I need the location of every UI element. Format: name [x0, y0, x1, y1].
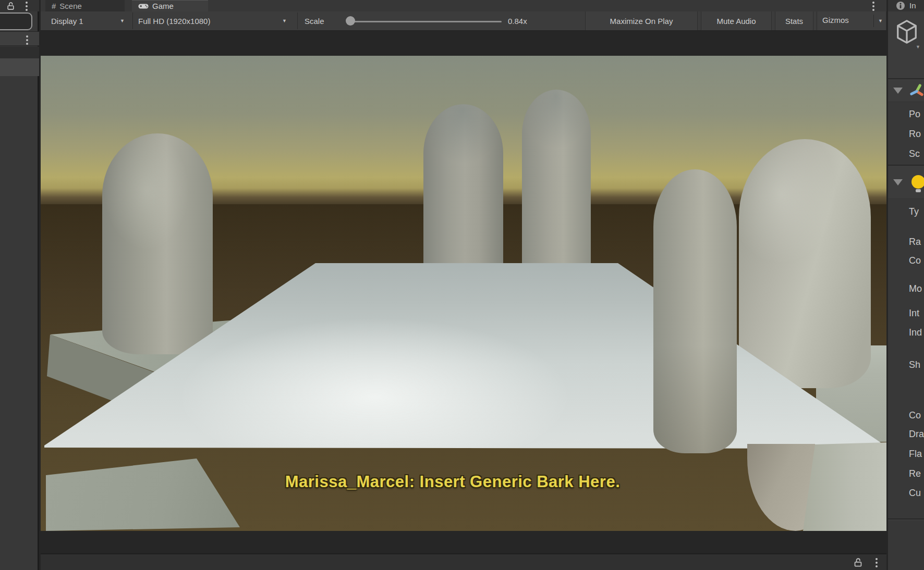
light-row-intensity: Int	[909, 308, 919, 319]
tab-scene-label: Scene	[59, 2, 82, 10]
lock-open-icon[interactable]	[853, 557, 863, 567]
scene-grid-icon: #	[52, 2, 56, 10]
light-row-draw-halo: Dra	[909, 429, 924, 440]
light-row-indirect: Ind	[909, 327, 922, 338]
tab-game[interactable]: Game	[132, 0, 208, 11]
left-panel-header	[0, 31, 39, 46]
stats-button[interactable]: Stats	[775, 11, 813, 30]
scale-label-item: Scale	[305, 11, 346, 30]
unity-editor-window: # Scene Game Display 1 ▼	[0, 0, 924, 570]
tab-inspector[interactable]: In	[888, 0, 924, 11]
light-rows: Ty Ra Co Mo Int Ind Sh Co Dra Fla Re Cu	[888, 198, 924, 519]
stats-label: Stats	[785, 17, 803, 26]
kebab-menu-icon[interactable]	[872, 2, 874, 4]
light-row-render-mode: Re	[909, 468, 921, 479]
chevron-down-icon[interactable]: ▼	[916, 45, 920, 49]
tab-bar: # Scene Game	[41, 0, 886, 11]
transform-row-rotation: Ro	[909, 129, 921, 140]
inspector-footer	[888, 521, 924, 570]
list-row[interactable]	[0, 46, 39, 58]
gizmos-dropdown[interactable]: Gizmos ▼	[817, 11, 886, 30]
inspector-tab-label: In	[909, 1, 916, 10]
game-panel: # Scene Game Display 1 ▼	[41, 0, 886, 570]
info-icon	[896, 1, 905, 10]
list-row-selected[interactable]	[0, 58, 39, 76]
light-row-shadow: Sh	[909, 360, 920, 370]
light-component-header[interactable]	[888, 165, 924, 198]
foldout-triangle-icon[interactable]	[893, 88, 903, 94]
kebab-menu-icon[interactable]	[26, 35, 28, 38]
maximize-on-play-label: Maximize On Play	[610, 17, 673, 26]
chevron-down-icon: ▼	[878, 19, 883, 23]
light-row-cookie: Co	[909, 410, 921, 421]
capsule-character-left	[102, 133, 213, 354]
tab-scene[interactable]: # Scene	[45, 0, 125, 11]
game-render-viewport[interactable]: Marissa_Marcel: Insert Generic Bark Here…	[41, 56, 886, 531]
chevron-down-icon: ▼	[282, 19, 287, 23]
light-row-culling-mask: Cu	[909, 488, 921, 499]
scale-value-item: 0.84x	[508, 11, 544, 30]
chevron-down-icon: ▼	[120, 19, 125, 23]
capsule-character-middle-left	[423, 104, 503, 263]
left-panel-topbar	[0, 0, 39, 11]
scale-slider-track[interactable]	[351, 21, 502, 22]
mute-audio-label: Mute Audio	[716, 17, 756, 26]
inspector-panel-strip: In ▼ Po Ro Sc Ty Ra Co	[888, 0, 924, 570]
capsule-character-right	[653, 169, 737, 453]
light-bulb-base	[916, 189, 921, 192]
transform-row-position: Po	[909, 109, 920, 120]
light-row-range: Ra	[909, 237, 921, 247]
scale-value: 0.84x	[508, 17, 527, 26]
light-row-mode: Mo	[909, 283, 922, 294]
kebab-menu-icon[interactable]	[26, 2, 28, 4]
lock-open-icon[interactable]	[6, 2, 15, 10]
transform-component-header[interactable]	[888, 78, 924, 102]
left-panel-strip	[0, 0, 39, 570]
capsule-character-far-right	[739, 139, 871, 388]
display-dropdown-label: Display 1	[51, 17, 83, 26]
scale-label: Scale	[305, 17, 324, 26]
mute-audio-button[interactable]: Mute Audio	[701, 11, 772, 30]
kebab-menu-icon[interactable]	[876, 558, 878, 560]
divider	[297, 13, 298, 29]
resolution-dropdown[interactable]: Full HD (1920x1080) ▼	[133, 11, 297, 30]
game-toolbar: Display 1 ▼ Full HD (1920x1080) ▼ Scale …	[41, 11, 886, 31]
transform-row-scale: Sc	[909, 148, 920, 159]
gamepad-icon	[138, 3, 149, 9]
scale-slider-handle[interactable]	[346, 16, 355, 26]
dialogue-subtitle: Marissa_Marcel: Insert Generic Bark Here…	[285, 473, 621, 491]
capsule-character-middle-right	[522, 90, 591, 263]
tab-game-label: Game	[152, 2, 174, 10]
bottom-panel-header	[41, 553, 886, 570]
divider	[873, 15, 874, 27]
cube-icon[interactable]	[895, 19, 919, 45]
light-row-type: Ty	[909, 206, 919, 217]
transform-tool-icon	[909, 82, 924, 99]
resolution-dropdown-label: Full HD (1920x1080)	[138, 17, 210, 26]
transform-rows: Po Ro Sc	[888, 102, 924, 165]
display-dropdown[interactable]: Display 1 ▼	[45, 11, 132, 30]
gizmos-label: Gizmos	[822, 16, 849, 24]
light-row-color: Co	[909, 255, 921, 266]
light-row-flare: Fla	[909, 449, 922, 460]
left-panel-tab[interactable]	[0, 13, 32, 30]
maximize-on-play-button[interactable]: Maximize On Play	[585, 11, 698, 30]
foldout-triangle-icon[interactable]	[893, 179, 903, 185]
bench-right-front-face	[803, 442, 886, 531]
light-bulb-icon	[911, 175, 924, 189]
